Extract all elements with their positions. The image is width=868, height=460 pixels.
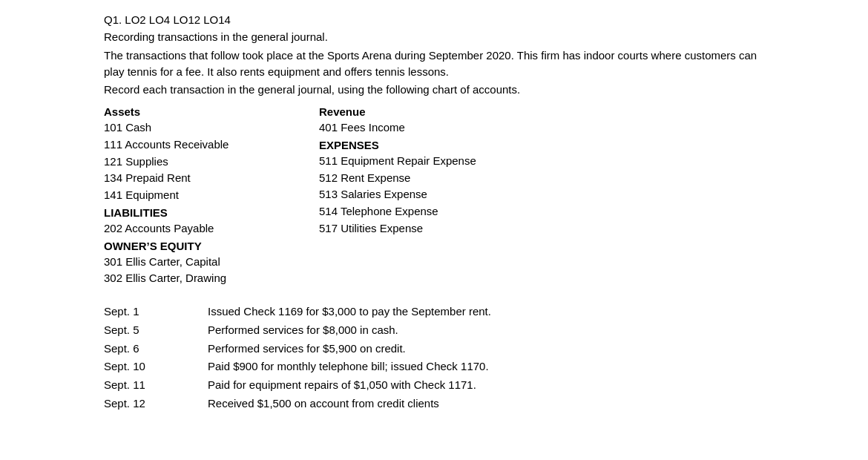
trans-date-1: Sept. 5 xyxy=(104,322,208,338)
expense-item-2: 513 Salaries Expense xyxy=(319,186,556,203)
intro1-text: Recording transactions in the general jo… xyxy=(104,30,328,43)
transaction-row-3: Sept. 10 Paid $900 for monthly telephone… xyxy=(104,358,764,375)
trans-desc-2: Performed services for $5,900 on credit. xyxy=(208,341,764,357)
trans-date-2: Sept. 6 xyxy=(104,341,208,357)
page: Q1. LO2 LO4 LO12 LO14 Recording transact… xyxy=(0,0,868,460)
trans-desc-5: Received $1,500 on account from credit c… xyxy=(208,395,764,412)
left-column: Assets 101 Cash 111 Accounts Receivable … xyxy=(104,102,319,287)
trans-desc-1: Performed services for $8,000 in cash. xyxy=(208,322,764,338)
revenue-item-0: 401 Fees Income xyxy=(319,119,556,136)
trans-date-5: Sept. 12 xyxy=(104,395,208,412)
asset-item-0: 101 Cash xyxy=(104,119,319,136)
trans-desc-3: Paid $900 for monthly telephone bill; is… xyxy=(208,358,764,375)
intro2-text: The transactions that follow took place … xyxy=(104,49,757,78)
transaction-row-2: Sept. 6 Performed services for $5,900 on… xyxy=(104,341,764,357)
transaction-row-1: Sept. 5 Performed services for $8,000 in… xyxy=(104,322,764,338)
trans-date-0: Sept. 1 xyxy=(104,303,208,320)
chart-of-accounts: Assets 101 Cash 111 Accounts Receivable … xyxy=(104,102,764,287)
right-column: Revenue 401 Fees Income EXPENSES 511 Equ… xyxy=(319,102,556,287)
revenue-header: Revenue xyxy=(319,105,556,118)
trans-date-4: Sept. 11 xyxy=(104,377,208,393)
trans-desc-4: Paid for equipment repairs of $1,050 wit… xyxy=(208,377,764,393)
intro-line-1: Recording transactions in the general jo… xyxy=(104,29,764,45)
liability-item-0: 202 Accounts Payable xyxy=(104,220,319,237)
expense-item-0: 511 Equipment Repair Expense xyxy=(319,153,556,169)
transaction-row-5: Sept. 12 Received $1,500 on account from… xyxy=(104,395,764,412)
transaction-row-0: Sept. 1 Issued Check 1169 for $3,000 to … xyxy=(104,303,764,320)
heading: Q1. LO2 LO4 LO12 LO14 xyxy=(104,13,764,26)
equity-header: OWNER’S EQUITY xyxy=(104,240,319,252)
intro3-text: Record each transaction in the general j… xyxy=(104,83,520,96)
intro-line-2: The transactions that follow took place … xyxy=(104,47,764,80)
heading-text: Q1. LO2 LO4 LO12 LO14 xyxy=(104,13,231,26)
trans-date-3: Sept. 10 xyxy=(104,358,208,375)
equity-item-1: 302 Ellis Carter, Drawing xyxy=(104,270,319,286)
asset-item-2: 121 Supplies xyxy=(104,154,319,170)
asset-item-1: 111 Accounts Receivable xyxy=(104,137,319,153)
transactions-section: Sept. 1 Issued Check 1169 for $3,000 to … xyxy=(104,303,764,412)
transaction-row-4: Sept. 11 Paid for equipment repairs of $… xyxy=(104,377,764,393)
asset-item-3: 134 Prepaid Rent xyxy=(104,170,319,186)
expense-item-3: 514 Telephone Expense xyxy=(319,203,556,220)
trans-desc-0: Issued Check 1169 for $3,000 to pay the … xyxy=(208,303,764,320)
expense-item-4: 517 Utilities Expense xyxy=(319,220,556,237)
expenses-header: EXPENSES xyxy=(319,139,556,151)
intro-line-3: Record each transaction in the general j… xyxy=(104,82,764,98)
expense-item-1: 512 Rent Expense xyxy=(319,170,556,186)
liabilities-header: LIABILITIES xyxy=(104,206,319,219)
asset-item-4: 141 Equipment xyxy=(104,187,319,203)
equity-item-0: 301 Ellis Carter, Capital xyxy=(104,254,319,270)
assets-header: Assets xyxy=(104,105,319,118)
